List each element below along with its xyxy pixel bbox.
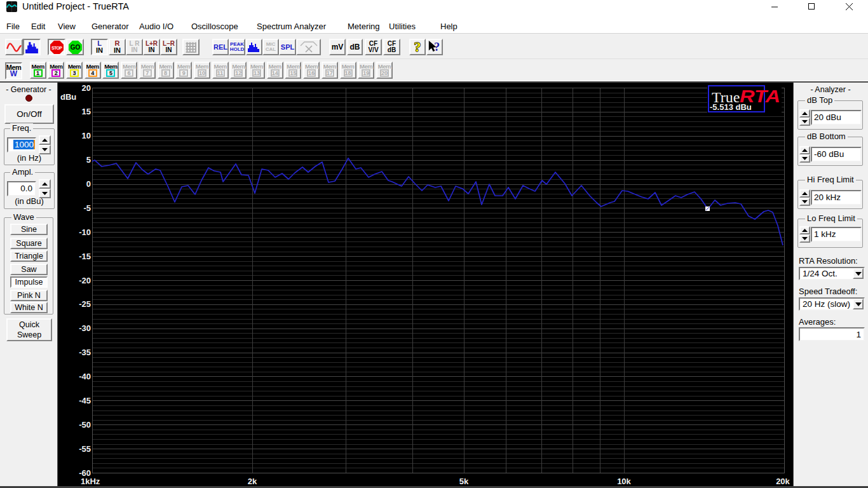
svg-text:-10: -10 [79, 227, 91, 237]
svg-text:1kHz: 1kHz [81, 477, 100, 486]
svg-text:?: ? [414, 39, 421, 55]
svg-text:20: 20 [82, 83, 91, 93]
svg-text:dBu: dBu [60, 92, 76, 102]
svg-text:10k: 10k [617, 477, 631, 486]
svg-text:-15: -15 [79, 252, 91, 261]
svg-text:GO: GO [70, 44, 80, 51]
svg-text:0: 0 [86, 179, 91, 189]
svg-text:-50: -50 [79, 420, 91, 430]
svg-text:-5.513 dBu: -5.513 dBu [710, 102, 752, 112]
svg-text:-55: -55 [79, 444, 91, 454]
svg-text:20k: 20k [776, 477, 790, 486]
svg-text:2k: 2k [248, 477, 257, 486]
svg-text:5k: 5k [459, 477, 469, 486]
svg-text:-30: -30 [79, 323, 91, 333]
svg-text:5: 5 [86, 155, 91, 165]
svg-text:-40: -40 [79, 372, 91, 381]
svg-text:-20: -20 [79, 276, 91, 285]
svg-text:-35: -35 [79, 348, 91, 357]
svg-text:STOP: STOP [51, 45, 62, 50]
svg-text:10: 10 [82, 131, 91, 140]
svg-text:15: 15 [82, 107, 91, 116]
svg-text:-25: -25 [79, 299, 91, 309]
svg-text:-45: -45 [79, 396, 91, 405]
svg-text:-5: -5 [83, 203, 91, 213]
